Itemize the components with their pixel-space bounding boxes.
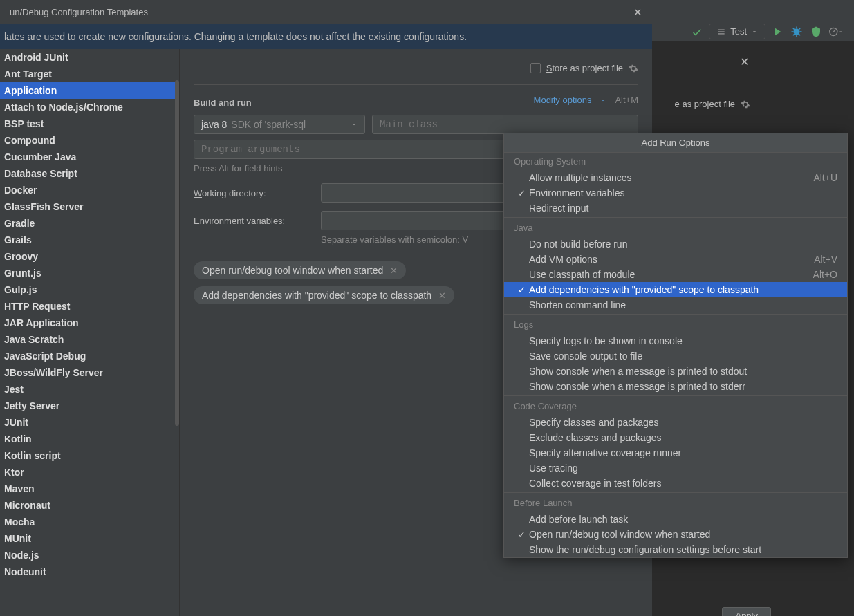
remove-chip-icon[interactable]: ✕ xyxy=(438,290,446,301)
sidebar-item[interactable]: Jetty Server xyxy=(0,398,179,414)
build-checkmark-icon[interactable] xyxy=(689,24,705,39)
gear-icon[interactable] xyxy=(741,100,750,109)
popup-menu-item[interactable]: Show console when a message is printed t… xyxy=(504,364,847,379)
sidebar-item[interactable]: JBoss/WildFly Server xyxy=(0,364,179,381)
add-run-options-popup: Add Run Options Operating SystemAllow mu… xyxy=(503,133,848,558)
shortcut-label: Alt+O xyxy=(813,269,837,280)
sdk-selector[interactable]: java 8 SDK of 'spark-sql xyxy=(194,115,365,134)
background-store-label: e as project file xyxy=(675,99,750,109)
sidebar-item[interactable]: Database Script xyxy=(0,165,179,182)
debug-icon[interactable] xyxy=(789,24,804,39)
env-vars-label: Environment variables: xyxy=(194,216,321,226)
sidebar-item[interactable]: Docker xyxy=(0,182,179,198)
popup-menu-item[interactable]: Do not build before run xyxy=(504,236,847,252)
svg-rect-1 xyxy=(718,31,724,32)
popup-menu-item[interactable]: ✓Open run/debug tool window when started xyxy=(504,527,847,542)
popup-group-label: Logs xyxy=(504,316,847,333)
popup-menu-item[interactable]: Show console when a message is printed t… xyxy=(504,379,847,394)
sidebar-scrollbar[interactable] xyxy=(175,80,179,426)
chevron-down-icon xyxy=(351,119,358,130)
sidebar-item[interactable]: Grunt.js xyxy=(0,265,179,281)
run-icon[interactable] xyxy=(770,24,785,39)
popup-menu-item[interactable]: Redirect input xyxy=(504,200,847,216)
main-class-input[interactable] xyxy=(372,115,638,134)
option-chip[interactable]: Add dependencies with "provided" scope t… xyxy=(194,286,454,304)
background-close-icon[interactable]: ✕ xyxy=(740,55,749,68)
option-chip[interactable]: Open run/debug tool window when started✕ xyxy=(194,261,406,279)
popup-menu-item[interactable]: Allow multiple instancesAlt+U xyxy=(504,170,847,185)
run-config-selector[interactable]: Test xyxy=(709,24,765,39)
gear-icon[interactable] xyxy=(629,64,638,73)
sidebar-item[interactable]: Gulp.js xyxy=(0,281,179,298)
info-banner: lates are used to create new configurati… xyxy=(0,24,652,49)
popup-menu-item[interactable]: Use tracing xyxy=(504,460,847,476)
popup-menu-item[interactable]: ✓Environment variables xyxy=(504,185,847,200)
sidebar-item[interactable]: Kotlin script xyxy=(0,447,179,464)
template-list[interactable]: Android JUnitAnt TargetApplicationAttach… xyxy=(0,49,180,616)
modify-options-link[interactable]: Modify options Alt+M xyxy=(534,95,638,105)
sidebar-item[interactable]: Grails xyxy=(0,232,179,248)
popup-menu-item[interactable]: Save console output to file xyxy=(504,348,847,364)
sidebar-item[interactable]: Android JUnit xyxy=(0,49,179,66)
sidebar-item[interactable]: GlassFish Server xyxy=(0,198,179,215)
sidebar-item[interactable]: Cucumber Java xyxy=(0,149,179,165)
store-checkbox[interactable] xyxy=(530,63,541,73)
sidebar-item[interactable]: Compound xyxy=(0,132,179,149)
sidebar-item[interactable]: HTTP Request xyxy=(0,298,179,315)
popup-menu-item[interactable]: Exclude classes and packages xyxy=(504,430,847,445)
sidebar-item[interactable]: Ant Target xyxy=(0,66,179,82)
sidebar-item[interactable]: Micronaut xyxy=(0,497,179,514)
sidebar-item[interactable]: Node.js xyxy=(0,547,179,563)
check-icon: ✓ xyxy=(514,188,529,198)
apply-button[interactable]: Apply xyxy=(722,607,771,616)
popup-title: Add Run Options xyxy=(504,133,847,153)
store-label: Store as project file xyxy=(546,63,623,73)
sidebar-item[interactable]: Gradle xyxy=(0,215,179,232)
sidebar-item[interactable]: Mocha xyxy=(0,514,179,530)
sidebar-item[interactable]: MUnit xyxy=(0,530,179,547)
popup-menu-item[interactable]: Specify alternative coverage runner xyxy=(504,445,847,460)
sidebar-item[interactable]: JavaScript Debug xyxy=(0,348,179,364)
svg-rect-2 xyxy=(718,33,724,34)
run-config-label: Test xyxy=(730,26,747,37)
popup-menu-item[interactable]: Shorten command line xyxy=(504,297,847,312)
sidebar-item[interactable]: Attach to Node.js/Chrome xyxy=(0,99,179,115)
sidebar-item[interactable]: Kotlin xyxy=(0,431,179,447)
shortcut-label: Alt+V xyxy=(814,254,837,265)
sidebar-item[interactable]: Groovy xyxy=(0,248,179,265)
popup-menu-item[interactable]: Specify logs to be shown in console xyxy=(504,333,847,348)
popup-group-label: Java xyxy=(504,219,847,236)
coverage-icon[interactable] xyxy=(808,24,824,39)
sidebar-item[interactable]: Jest xyxy=(0,381,179,398)
popup-menu-item[interactable]: Add before launch task xyxy=(504,512,847,527)
popup-menu-item[interactable]: ✓Add dependencies with "provided" scope … xyxy=(504,282,847,297)
popup-menu-item[interactable]: Specify classes and packages xyxy=(504,415,847,430)
popup-menu-item[interactable]: Use classpath of moduleAlt+O xyxy=(504,267,847,282)
svg-rect-0 xyxy=(718,29,724,30)
ide-toolbar: Test xyxy=(678,21,854,42)
check-icon: ✓ xyxy=(514,285,529,295)
shortcut-label: Alt+U xyxy=(813,172,837,183)
sidebar-item[interactable]: Application xyxy=(0,82,179,99)
close-icon[interactable]: ✕ xyxy=(633,6,642,19)
sidebar-item[interactable]: Java Scratch xyxy=(0,331,179,348)
popup-menu-item[interactable]: Collect coverage in test folders xyxy=(504,476,847,491)
sidebar-item[interactable]: Ktor xyxy=(0,464,179,480)
modify-shortcut: Alt+M xyxy=(615,95,638,105)
popup-group-label: Before Launch xyxy=(504,494,847,512)
remove-chip-icon[interactable]: ✕ xyxy=(390,265,398,276)
chevron-down-icon xyxy=(600,97,606,104)
profile-icon[interactable] xyxy=(828,24,843,39)
dialog-titlebar: un/Debug Configuration Templates ✕ xyxy=(0,0,652,24)
popup-menu-item[interactable]: Show the run/debug configuration setting… xyxy=(504,542,847,557)
popup-menu-item[interactable]: Add VM optionsAlt+V xyxy=(504,252,847,267)
sidebar-item[interactable]: JAR Application xyxy=(0,315,179,331)
popup-group-label: Code Coverage xyxy=(504,398,847,415)
sidebar-item[interactable]: Maven xyxy=(0,480,179,497)
sidebar-item[interactable]: JUnit xyxy=(0,414,179,431)
check-icon: ✓ xyxy=(514,530,529,540)
popup-group-label: Operating System xyxy=(504,153,847,170)
sidebar-item[interactable]: BSP test xyxy=(0,115,179,132)
dialog-title: un/Debug Configuration Templates xyxy=(10,7,148,17)
sidebar-item[interactable]: Nodeunit xyxy=(0,563,179,580)
